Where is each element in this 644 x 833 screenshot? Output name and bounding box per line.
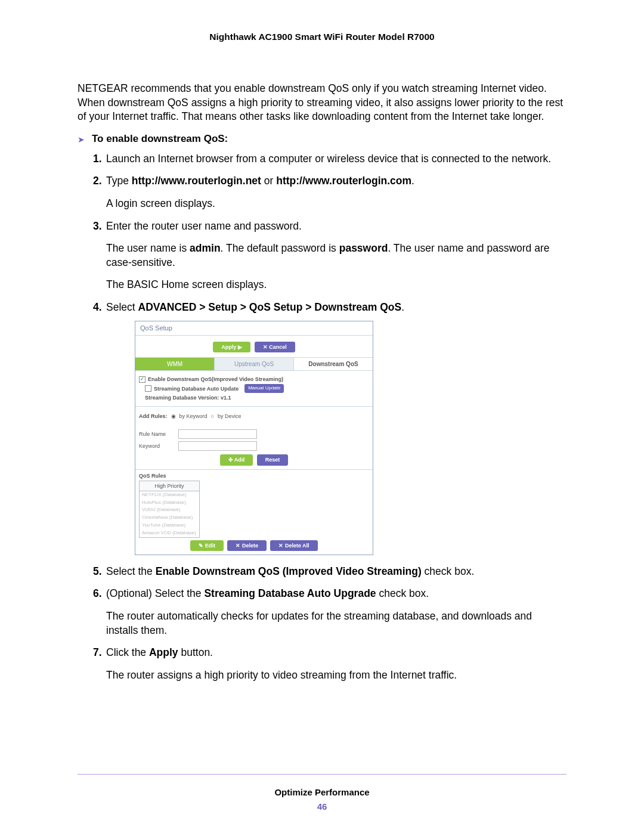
step-3-note2: The BASIC Home screen displays. [106, 278, 566, 292]
qos-screenshot: QoS Setup Apply ▶ ✕ Cancel WMM Upstream … [135, 321, 373, 555]
footer-section: Optimize Performance [78, 786, 566, 798]
delete-all-button[interactable]: ✕ Delete All [270, 540, 317, 551]
reset-button[interactable]: Reset [257, 454, 289, 465]
rulename-label: Rule Name [139, 431, 175, 438]
step-7-note: The router assigns a high priority to vi… [106, 668, 566, 683]
add-rules-label: Add Rules: [139, 413, 168, 420]
list-item[interactable]: HuluPlus (Database) [140, 499, 199, 507]
by-device-radio[interactable]: ○ [211, 413, 214, 420]
step-4: 4. Select ADVANCED > Setup > QoS Setup >… [93, 301, 566, 555]
list-item[interactable]: CinemaNow (Database) [140, 514, 199, 522]
step-3: 3. Enter the router user name and passwo… [93, 219, 566, 293]
step-4-text: Select ADVANCED > Setup > QoS Setup > Do… [106, 301, 404, 313]
step-2: 2. Type http://www.routerlogin.net or ht… [93, 174, 566, 210]
step-6-note: The router automatically checks for upda… [106, 609, 566, 637]
footer-page-number: 46 [78, 801, 566, 813]
intro-paragraph: NETGEAR recommends that you enable downs… [78, 82, 566, 124]
auto-update-label: Streaming Database Auto Update [154, 385, 239, 392]
manual-update-button[interactable]: Manual Update [244, 384, 284, 393]
keyword-label: Keyword [139, 442, 175, 450]
cancel-button[interactable]: ✕ Cancel [255, 342, 295, 352]
delete-button[interactable]: ✕ Delete [227, 540, 267, 551]
step-7: 7. Click the Apply button. The router as… [93, 646, 566, 682]
step-5: 5. Select the Enable Downstream QoS (Imp… [93, 565, 566, 579]
step-6-text: (Optional) Select the Streaming Database… [106, 587, 429, 599]
high-priority-header: High Priority [140, 481, 199, 491]
auto-update-checkbox[interactable] [145, 385, 151, 392]
qos-title: QoS Setup [135, 321, 373, 336]
enable-downstream-label: Enable Downstream QoS(Improved Video Str… [148, 376, 283, 383]
enable-downstream-checkbox[interactable] [139, 376, 145, 383]
db-version-label: Streaming Database Version: v1.1 [145, 394, 231, 401]
step-2-note: A login screen displays. [106, 197, 566, 211]
chevron-right-icon: ➤ [78, 134, 92, 145]
step-6: 6. (Optional) Select the Streaming Datab… [93, 587, 566, 637]
subheading: To enable downstream QoS: [92, 132, 228, 146]
list-item[interactable]: VUDU (Database) [140, 506, 199, 514]
step-1-text: Launch an Internet browser from a comput… [106, 153, 551, 165]
page-footer: Optimize Performance 46 [78, 774, 566, 813]
qos-rules-label: QoS Rules [139, 473, 166, 479]
list-item[interactable]: YouTube (Database) [140, 522, 199, 529]
tab-upstream[interactable]: Upstream QoS [215, 358, 294, 371]
tab-wmm[interactable]: WMM [135, 358, 215, 371]
step-2-text: Type http://www.routerlogin.net or http:… [106, 175, 414, 187]
page-header: Nighthawk AC1900 Smart WiFi Router Model… [78, 31, 566, 44]
step-3-note1: The user name is admin. The default pass… [106, 241, 566, 270]
step-3-text: Enter the router user name and password. [106, 220, 302, 232]
add-button[interactable]: ✚ Add [220, 454, 253, 465]
high-priority-table: High Priority NETFLIX (Database) HuluPlu… [139, 481, 200, 538]
keyword-input[interactable] [178, 441, 257, 451]
apply-button[interactable]: Apply ▶ [213, 342, 250, 352]
edit-button[interactable]: ✎ Edit [190, 540, 224, 551]
list-item[interactable]: Amazon VOD (Database) [140, 529, 199, 537]
tab-downstream[interactable]: Downstream QoS [294, 358, 373, 371]
list-item[interactable]: NETFLIX (Database) [140, 491, 199, 499]
step-7-text: Click the Apply button. [106, 646, 213, 658]
step-1: 1. Launch an Internet browser from a com… [93, 152, 566, 166]
by-keyword-radio[interactable]: ◉ [171, 413, 176, 420]
rulename-input[interactable] [178, 429, 257, 439]
step-5-text: Select the Enable Downstream QoS (Improv… [106, 565, 474, 577]
